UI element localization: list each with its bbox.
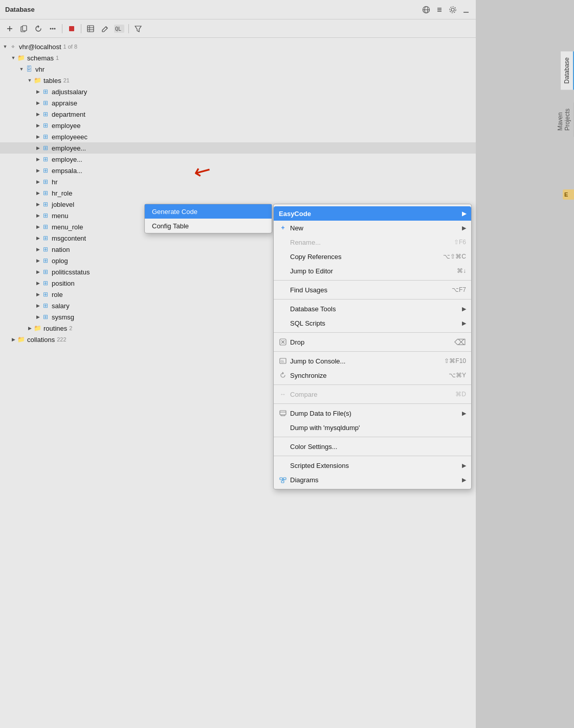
- dump-mysqldump-item[interactable]: Dump with 'mysqldump': [274, 420, 471, 435]
- stop-button[interactable]: [65, 22, 78, 35]
- expand-arrow: ▶: [35, 201, 41, 207]
- schemas-count: 1: [56, 55, 59, 61]
- table-label: oplog: [52, 257, 68, 265]
- expand-arrow: ▶: [35, 212, 41, 219]
- diagrams-item[interactable]: Diagrams ▶: [274, 473, 471, 487]
- generate-code-item[interactable]: Generate Code: [145, 204, 272, 219]
- expand-arrow: ▼: [2, 44, 8, 50]
- svg-rect-17: [87, 26, 94, 32]
- copy-references-item[interactable]: Copy References ⌥⇧⌘C: [274, 249, 471, 264]
- context-menu-secondary: EasyCode ▶ + New ▶ Rename... ⇧F6 Copy Re…: [273, 204, 472, 489]
- edit-button[interactable]: [98, 22, 112, 35]
- expand-arrow: ▶: [35, 303, 41, 309]
- compare-item[interactable]: ↔ Compare ⌘D: [274, 387, 471, 401]
- table-row[interactable]: ▶ ⊞ employeeec: [0, 131, 476, 142]
- sync-icon: [279, 371, 287, 379]
- table-row[interactable]: ▶ ⊞ hr: [0, 176, 476, 187]
- table-label: msgcontent: [52, 234, 86, 242]
- toolbar: QL: [0, 19, 476, 38]
- jump-editor-item[interactable]: Jump to Editor ⌘↓: [274, 264, 471, 278]
- config-table-item[interactable]: Config Table: [145, 219, 272, 233]
- expand-arrow: ▶: [35, 134, 41, 140]
- table-row[interactable]: ▶ ⊞ department: [0, 109, 476, 120]
- scripted-extensions-arrow: ▶: [462, 462, 466, 469]
- jump-console-item[interactable]: QL Jump to Console... ⇧⌘F10: [274, 354, 471, 368]
- sql-scripts-item[interactable]: SQL Scripts ▶: [274, 316, 471, 330]
- drop-item[interactable]: Drop ⌫: [274, 335, 471, 349]
- separator: [274, 437, 471, 437]
- dump-icon: [279, 409, 287, 417]
- dump-data-label: Dump Data to File(s): [290, 410, 459, 417]
- table-label: appraise: [52, 99, 77, 107]
- separator: [274, 403, 471, 404]
- tree-root[interactable]: ▼ ⌖ vhr@localhost 1 of 8: [0, 41, 476, 52]
- svg-text:QL: QL: [281, 359, 285, 363]
- table-row[interactable]: ▶ ⊞ hr_role: [0, 187, 476, 199]
- copy-button[interactable]: [17, 22, 31, 35]
- plugin-tab[interactable]: E: [563, 189, 574, 200]
- synchronize-item[interactable]: Synchronize ⌥⌘Y: [274, 368, 471, 382]
- table-row[interactable]: ▶ ⊞ adjustsalary: [0, 86, 476, 97]
- easycode-header[interactable]: EasyCode ▶: [274, 206, 471, 221]
- tree-schemas[interactable]: ▼ 📁 schemas 1: [0, 52, 476, 63]
- panel-title: Database: [5, 6, 35, 13]
- separator: [274, 332, 471, 333]
- title-bar: Database: [0, 0, 476, 19]
- folder-icon: 📁: [33, 324, 41, 332]
- separator: [274, 351, 471, 352]
- grid-button[interactable]: [84, 22, 97, 35]
- table-icon: ⊞: [41, 200, 50, 208]
- schemas-label: schemas: [27, 54, 54, 62]
- expand-arrow: ▶: [35, 224, 41, 230]
- table-icon: ⊞: [41, 99, 50, 107]
- sidebar-tab-database[interactable]: Database: [561, 51, 574, 90]
- rename-item[interactable]: Rename... ⇧F6: [274, 235, 471, 249]
- dump-data-item[interactable]: Dump Data to File(s) ▶: [274, 406, 471, 420]
- refresh-button[interactable]: [32, 22, 45, 35]
- find-usages-item[interactable]: Find Usages ⌥F7: [274, 283, 471, 297]
- settings-icon[interactable]: [448, 5, 457, 14]
- expand-arrow: ▶: [35, 280, 41, 286]
- database-tools-item[interactable]: Database Tools ▶: [274, 302, 471, 316]
- color-settings-item[interactable]: Color Settings...: [274, 439, 471, 454]
- rename-label: Rename...: [290, 239, 451, 246]
- separator: [274, 299, 471, 299]
- table-icon: ⊞: [41, 290, 50, 298]
- expand-arrow: ▶: [35, 190, 41, 196]
- table-label: adjustsalary: [52, 88, 87, 96]
- table-row[interactable]: ▶ ⊞ employee: [0, 120, 476, 131]
- find-icon: [279, 286, 287, 294]
- new-item[interactable]: + New ▶: [274, 221, 471, 235]
- table-row[interactable]: ▶ ⊞ employee...: [0, 142, 476, 154]
- table-label: salary: [52, 302, 70, 310]
- expand-arrow: ▶: [35, 314, 41, 320]
- copy-references-label: Copy References: [290, 253, 440, 261]
- table-icon: ⊞: [41, 178, 50, 186]
- filter-button[interactable]: [131, 22, 145, 35]
- tree-vhr[interactable]: ▼ 🗄 vhr: [0, 63, 476, 75]
- sql-button[interactable]: QL: [113, 22, 126, 35]
- table-label: joblevel: [52, 201, 74, 208]
- sidebar-tab-maven[interactable]: Maven Projects: [554, 102, 574, 137]
- expand-arrow: ▶: [35, 167, 41, 174]
- minimize-icon[interactable]: [461, 5, 471, 14]
- routines-label: routines: [43, 325, 67, 332]
- split-icon[interactable]: [435, 5, 444, 14]
- table-row[interactable]: ▶ ⊞ empsala...: [0, 165, 476, 176]
- compare-icon: ↔: [279, 390, 287, 398]
- hierarchy-button[interactable]: [46, 22, 59, 35]
- compare-shortcut: ⌘D: [455, 391, 466, 398]
- tables-label: tables: [43, 77, 61, 84]
- dump-data-arrow: ▶: [462, 410, 466, 417]
- separator: [274, 384, 471, 385]
- table-label: employe...: [52, 156, 82, 163]
- expand-arrow: ▶: [35, 246, 41, 252]
- tree-tables[interactable]: ▼ 📁 tables 21: [0, 75, 476, 86]
- scripted-extensions-item[interactable]: Scripted Extensions ▶: [274, 458, 471, 473]
- table-row[interactable]: ▶ ⊞ appraise: [0, 97, 476, 109]
- dump-mysqldump-icon: [279, 423, 287, 432]
- globe-icon[interactable]: [422, 5, 431, 14]
- add-button[interactable]: [3, 22, 16, 35]
- collations-count: 222: [57, 336, 66, 342]
- table-row[interactable]: ▶ ⊞ employe...: [0, 154, 476, 165]
